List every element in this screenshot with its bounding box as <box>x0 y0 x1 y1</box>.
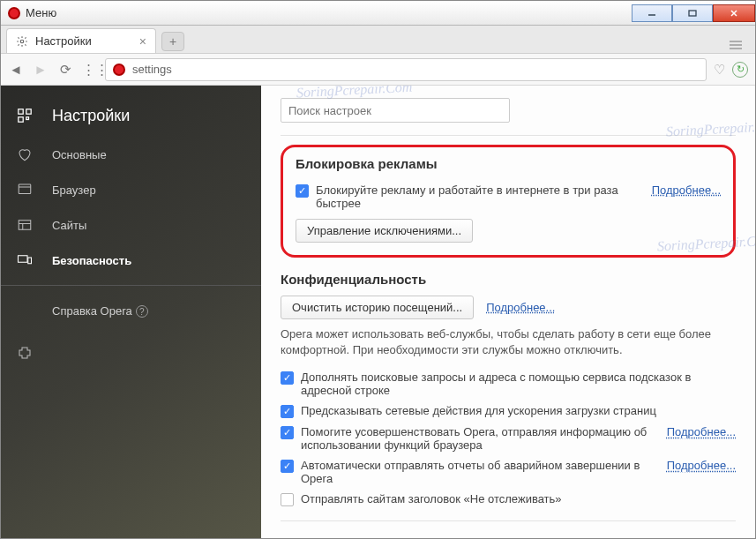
sidebar-title: Настройки <box>52 107 130 125</box>
clear-history-button[interactable]: Очистить историю посещений... <box>281 296 474 319</box>
blank-icon <box>15 301 34 320</box>
panel-toggle-icon[interactable] <box>727 40 745 53</box>
sidebar-divider <box>1 285 261 286</box>
sidebar: Настройки Основные Браузер Сайты Безопас… <box>1 86 261 539</box>
privacy-opt-label: Отправлять сайтам заголовок «Не отслежив… <box>301 492 736 505</box>
devices-icon <box>15 251 34 270</box>
menu-button[interactable]: Меню <box>26 6 56 19</box>
sidebar-item-browser[interactable]: Браузер <box>1 172 261 207</box>
sidebar-item-extensions[interactable] <box>1 335 261 371</box>
privacy-opt-label: Помогите усовершенствовать Opera, отправ… <box>301 425 660 452</box>
grid-icon <box>15 106 34 125</box>
svg-rect-14 <box>19 221 31 230</box>
nav-icons: ◄ ► ⟳ ⋮⋮⋮ <box>8 62 98 78</box>
tab-title: Настройки <box>35 34 92 48</box>
svg-rect-1 <box>689 11 696 16</box>
sidebar-item-label: Сайты <box>52 219 86 232</box>
adblock-checkbox[interactable]: ✓ <box>296 184 309 198</box>
svg-rect-12 <box>19 184 31 194</box>
privacy-description: Opera может использовать веб-службы, что… <box>281 326 736 358</box>
sync-badge-icon[interactable]: ↻ <box>732 62 748 78</box>
privacy-opt-label: Предсказывать сетевые действия для ускор… <box>301 404 736 417</box>
privacy-opt-label: Автоматически отправлять отчеты об авари… <box>301 459 660 485</box>
section-title: Блокировка рекламы <box>296 156 721 171</box>
privacy-checkbox[interactable]: ✓ <box>281 460 294 473</box>
sidebar-item-sites[interactable]: Сайты <box>1 207 261 243</box>
tabstrip: Настройки × + <box>1 26 755 54</box>
close-button[interactable] <box>713 4 755 22</box>
minimize-button[interactable] <box>632 4 672 22</box>
privacy-opt-more-link[interactable]: Подробнее... <box>667 425 736 438</box>
sites-icon <box>15 215 34 235</box>
opera-logo-icon <box>8 7 20 19</box>
divider <box>281 520 736 521</box>
tab-close-icon[interactable]: × <box>139 34 146 49</box>
adblock-label: Блокируйте рекламу и работайте в интерне… <box>316 183 645 210</box>
sidebar-item-basic[interactable]: Основные <box>1 137 261 172</box>
forward-button[interactable]: ► <box>33 62 49 78</box>
sidebar-item-label: Основные <box>52 148 107 161</box>
section-privacy: Конфиденциальность Очистить историю посе… <box>281 272 736 539</box>
address-text: settings <box>132 63 172 76</box>
maximize-button[interactable] <box>672 4 713 22</box>
tab-settings[interactable]: Настройки × <box>6 28 156 53</box>
svg-rect-11 <box>26 117 29 120</box>
bookmark-heart-icon[interactable]: ♡ <box>714 62 725 78</box>
window-titlebar: Меню <box>1 1 755 26</box>
address-bar[interactable]: settings <box>105 58 707 81</box>
reload-button[interactable]: ⟳ <box>57 62 73 78</box>
search-settings-input[interactable] <box>281 98 510 123</box>
svg-rect-10 <box>19 117 23 122</box>
sidebar-item-label: Справка Opera? <box>52 304 148 318</box>
window-controls <box>632 4 755 22</box>
svg-rect-18 <box>28 258 32 264</box>
help-icon: ? <box>136 305 148 318</box>
privacy-opt-row: ✓ Дополнять поисковые запросы и адреса с… <box>281 367 736 401</box>
sidebar-header: Настройки <box>1 94 261 137</box>
back-button[interactable]: ◄ <box>8 62 24 78</box>
privacy-checkbox[interactable]: ✓ <box>281 371 294 385</box>
main-area: Настройки Основные Браузер Сайты Безопас… <box>1 86 755 539</box>
privacy-opt-more-link[interactable]: Подробнее... <box>667 459 736 472</box>
speed-dial-button[interactable]: ⋮⋮⋮ <box>82 62 98 78</box>
sidebar-item-help[interactable]: Справка Opera? <box>1 293 261 328</box>
section-adblock: Блокировка рекламы ✓ Блокируйте рекламу … <box>281 145 736 258</box>
gear-icon <box>16 35 28 48</box>
puzzle-icon <box>15 343 34 363</box>
privacy-more-link[interactable]: Подробнее... <box>486 301 555 314</box>
watermark: SoringPcrepair.Com <box>665 118 755 140</box>
svg-rect-9 <box>26 109 31 114</box>
divider <box>281 135 736 136</box>
privacy-opt-label: Дополнять поисковые запросы и адреса с п… <box>301 371 736 397</box>
svg-rect-17 <box>19 256 28 263</box>
svg-rect-8 <box>19 109 23 114</box>
sidebar-item-label: Безопасность <box>52 254 131 267</box>
new-tab-button[interactable]: + <box>161 32 184 51</box>
privacy-opt-row: ✓ Помогите усовершенствовать Opera, отпр… <box>281 422 736 455</box>
adblock-more-link[interactable]: Подробнее... <box>652 183 721 197</box>
privacy-opt-row: ✓ Автоматически отправлять отчеты об ава… <box>281 455 736 489</box>
browser-icon <box>15 180 34 199</box>
section-title: Конфиденциальность <box>281 272 736 287</box>
navbar: ◄ ► ⟳ ⋮⋮⋮ settings ♡ ↻ <box>1 54 755 86</box>
opera-icon <box>113 64 125 76</box>
adblock-exceptions-button[interactable]: Управление исключениями... <box>296 219 473 243</box>
privacy-checkbox[interactable]: ✓ <box>281 493 294 506</box>
svg-point-4 <box>20 40 24 43</box>
sidebar-item-security[interactable]: Безопасность <box>1 243 261 278</box>
settings-content: SoringPcrepair.Com SoringPcrepair.Com So… <box>261 86 755 539</box>
privacy-opt-row: ✓ Отправлять сайтам заголовок «Не отслеж… <box>281 489 736 510</box>
privacy-checkbox[interactable]: ✓ <box>281 426 294 439</box>
privacy-opt-row: ✓ Предсказывать сетевые действия для уск… <box>281 401 736 422</box>
privacy-checkbox[interactable]: ✓ <box>281 405 294 418</box>
sidebar-item-label: Браузер <box>52 183 96 197</box>
adblock-checkbox-row: ✓ Блокируйте рекламу и работайте в интер… <box>296 180 721 213</box>
heart-icon <box>15 145 34 164</box>
